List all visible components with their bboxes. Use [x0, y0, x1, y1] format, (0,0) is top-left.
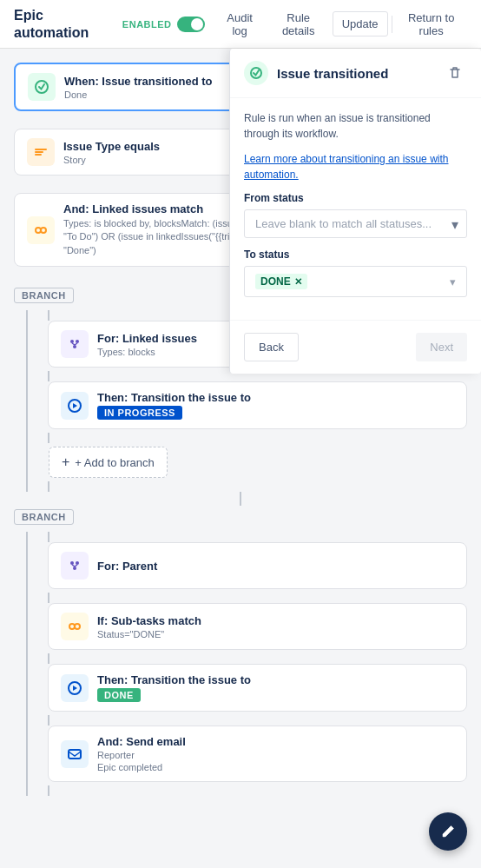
branch1-label: BRANCH — [14, 288, 74, 303]
branch2-section: BRANCH — [14, 506, 467, 796]
panel-header: Issue transitioned — [230, 49, 481, 98]
branch2-email-subtitle1: Reporter — [97, 750, 454, 760]
rule-details-btn[interactable]: Rule details — [268, 6, 329, 43]
branch2-action-node[interactable]: Then: Transition the issue to DONE — [48, 664, 467, 712]
branch1-action-title: Then: Transition the issue to — [97, 391, 454, 404]
to-status-input[interactable]: DONE ✕ ▾ — [244, 266, 467, 297]
issue-transitioned-panel: Issue transitioned Rule is run when an i… — [229, 49, 481, 374]
app-title: Epic automation — [14, 7, 105, 40]
done-tag-value: DONE — [260, 275, 291, 288]
header-divider — [392, 16, 392, 33]
next-btn: Next — [416, 333, 467, 361]
svg-line-14 — [75, 565, 77, 567]
back-btn[interactable]: Back — [244, 333, 299, 361]
from-status-wrapper: Leave blank to match all statuses... — [244, 209, 467, 238]
branch2-condition-node[interactable]: If: Sub-tasks match Status="DONE" — [48, 603, 467, 650]
plus-icon: + — [62, 454, 69, 470]
branch2-email-icon — [61, 740, 89, 768]
branch1-badge: IN PROGRESS — [97, 406, 182, 420]
edit-fab[interactable] — [429, 812, 467, 851]
done-tag: DONE ✕ — [255, 274, 307, 289]
main: When: Issue transitioned to Done Issue T… — [0, 49, 481, 868]
svg-point-12 — [73, 567, 76, 570]
from-status-placeholder: Leave blank to match all statuses... — [255, 217, 432, 230]
audit-log-btn[interactable]: Audit log — [215, 6, 265, 43]
header: Epic automation ENABLED Audit log Rule d… — [0, 0, 481, 49]
branch2-condition-content: If: Sub-tasks match Status="DONE" — [97, 614, 454, 639]
branch2-email-subtitle2: Epic completed — [97, 762, 454, 772]
panel-desc: Rule is run when an issue is transitione… — [244, 110, 467, 142]
branch2-badge: DONE — [97, 688, 141, 702]
from-status-label: From status — [244, 192, 467, 204]
svg-point-2 — [41, 228, 46, 233]
update-btn[interactable]: Update — [333, 11, 388, 36]
branch2-condition-icon — [61, 613, 89, 640]
to-status-section: To status DONE ✕ ▾ — [244, 248, 467, 297]
branch2-for-node[interactable]: For: Parent — [48, 542, 467, 589]
done-tag-remove[interactable]: ✕ — [294, 276, 302, 288]
panel-title: Issue transitioned — [277, 66, 434, 81]
branch1-action-icon — [61, 392, 89, 420]
svg-point-5 — [76, 340, 79, 343]
svg-line-7 — [72, 343, 75, 345]
branch2-label: BRANCH — [14, 509, 74, 525]
svg-point-4 — [70, 340, 74, 343]
branch2-email-title: And: Send email — [97, 735, 454, 748]
branch1-action-node[interactable]: Then: Transition the issue to IN PROGRES… — [48, 381, 467, 429]
branch1-for-icon — [61, 330, 89, 358]
header-nav: Audit log Rule details Update Return to … — [215, 6, 467, 43]
delete-btn[interactable] — [443, 61, 467, 85]
panel-link[interactable]: Learn more about transitioning an issue … — [244, 153, 448, 181]
svg-point-10 — [70, 561, 74, 565]
svg-rect-18 — [69, 750, 81, 759]
branch2-for-content: For: Parent — [97, 560, 454, 573]
enabled-badge: ENABLED — [122, 17, 205, 32]
svg-point-16 — [75, 624, 80, 629]
branch2-email-node[interactable]: And: Send email Reporter Epic completed — [48, 726, 467, 782]
to-status-label: To status — [244, 248, 467, 261]
enabled-label: ENABLED — [122, 19, 172, 30]
branch2-action-icon — [61, 674, 89, 702]
enabled-toggle[interactable] — [177, 17, 205, 32]
svg-point-11 — [76, 561, 79, 565]
panel-header-icon — [244, 61, 268, 85]
branch2-email-content: And: Send email Reporter Epic completed — [97, 735, 454, 772]
condition1-icon — [27, 138, 55, 166]
return-to-rules-btn[interactable]: Return to rules — [395, 6, 467, 43]
add-branch1-label: + Add to branch — [75, 456, 154, 469]
add-to-branch1-btn[interactable]: + + Add to branch — [49, 447, 168, 478]
from-status-select[interactable]: Leave blank to match all statuses... — [244, 209, 467, 238]
svg-point-6 — [73, 345, 76, 348]
branch2-for-icon — [61, 552, 89, 580]
svg-line-8 — [75, 343, 77, 345]
branch2-action-content: Then: Transition the issue to DONE — [97, 673, 454, 702]
branch2-condition-subtitle: Status="DONE" — [97, 629, 454, 639]
condition2-icon — [27, 216, 55, 244]
trigger-icon — [28, 73, 56, 101]
svg-line-13 — [72, 565, 75, 567]
branch2-action-title: Then: Transition the issue to — [97, 673, 454, 686]
to-status-chevron-icon: ▾ — [450, 275, 456, 288]
connector-4 — [14, 492, 467, 506]
panel-footer: Back Next — [230, 320, 481, 374]
branch2-for-title: For: Parent — [97, 560, 454, 573]
branch2-condition-title: If: Sub-tasks match — [97, 614, 454, 627]
from-status-section: From status Leave blank to match all sta… — [244, 192, 467, 238]
branch1-action-content: Then: Transition the issue to IN PROGRES… — [97, 391, 454, 420]
panel-body: Rule is run when an issue is transitione… — [230, 98, 481, 309]
